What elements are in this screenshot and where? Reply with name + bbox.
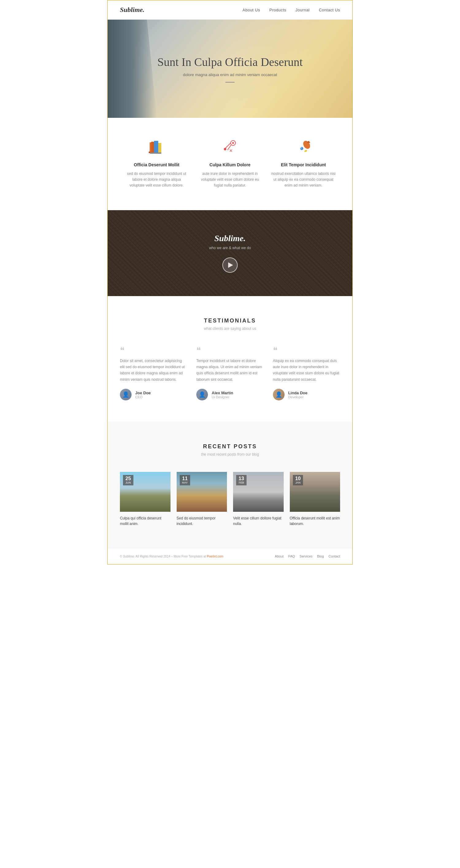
svg-point-11: [232, 142, 234, 144]
svg-point-16: [304, 149, 307, 153]
features-section: Officia Deserunt Mollit sed do eiusmod t…: [108, 118, 352, 210]
post-item-1: 25 Jun Culpa qui officia deserunt mollit…: [120, 472, 170, 527]
quote-mark-2: ❝: [196, 346, 263, 355]
svg-rect-2: [154, 141, 158, 153]
nav-contact[interactable]: Contact Us: [319, 8, 340, 12]
footer-link-blog[interactable]: Blog: [317, 554, 324, 558]
post-month-1: Jun: [125, 481, 131, 484]
testimonial-3: ❝ Aliquip ex ea commodo consequat duis a…: [273, 346, 340, 401]
svg-line-8: [225, 143, 231, 149]
hero-subtitle: dolore magna aliqua enim ad minim veniam…: [157, 72, 303, 77]
svg-point-12: [302, 140, 311, 150]
play-button[interactable]: [222, 257, 238, 273]
svg-rect-3: [158, 143, 161, 153]
video-logo: Sublime.: [209, 234, 251, 243]
testimonials-title: TESTIMONIALS: [120, 317, 340, 324]
post-month-4: Jan: [295, 481, 301, 484]
post-item-2: 11 May Sed do eiusmod tempor incididunt.: [177, 472, 227, 527]
post-day-1: 25: [125, 476, 131, 481]
recent-posts-section: RECENT POSTS the most recent posts from …: [108, 422, 352, 548]
feature-item-3: Elit Tempor Incididunt nostrud exercitat…: [271, 139, 335, 189]
post-title-1: Culpa qui officia deserunt mollit anim.: [120, 516, 170, 527]
quote-mark-1: ❝: [120, 346, 187, 355]
author-2-name: Alex Martin: [211, 391, 233, 395]
post-day-4: 10: [295, 476, 301, 481]
hero-divider: [225, 82, 235, 83]
post-image-2: 11 May: [177, 472, 227, 512]
author-1-role: CEO: [135, 395, 151, 399]
quote-mark-3: ❝: [273, 346, 340, 355]
avatar-2: 👤: [196, 389, 208, 400]
play-triangle-icon: [228, 262, 233, 268]
feature-2-title: Culpa Killum Dolore: [198, 162, 262, 167]
testimonial-2-text: Tempor incididunt ut labore et dolore ma…: [196, 358, 263, 383]
post-day-3: 13: [238, 476, 244, 481]
post-image-3: 13 Feb: [233, 472, 284, 512]
video-content: Sublime. who we are & what we do: [209, 234, 251, 273]
author-1-info: Joe Doe CEO: [135, 391, 151, 399]
site-footer: © Sublime. All Rights Reserved 2014 – Mo…: [108, 548, 352, 564]
footer-copy-link[interactable]: Pixelint.com: [207, 555, 223, 558]
footer-link-services[interactable]: Services: [300, 554, 313, 558]
hero-title: Sunt In Culpa Officia Deserunt: [157, 55, 303, 69]
post-image-1: 25 Jun: [120, 472, 170, 512]
testimonial-1: ❝ Dolor sit amet, consectetur adipisicin…: [120, 346, 187, 401]
video-tagline: who we are & what we do: [209, 246, 251, 250]
posts-grid: 25 Jun Culpa qui officia deserunt mollit…: [120, 472, 340, 527]
nav-products[interactable]: Products: [269, 8, 286, 12]
author-2-role: Ui Designer: [211, 395, 233, 399]
feature-2-text: aute irure dolor in reprehenderit in vol…: [198, 171, 262, 189]
testimonial-2-author: 👤 Alex Martin Ui Designer: [196, 389, 263, 400]
post-date-1: 25 Jun: [123, 475, 133, 486]
hero-content: Sunt In Culpa Officia Deserunt dolore ma…: [157, 55, 303, 83]
svg-point-15: [300, 147, 302, 149]
post-date-2: 11 May: [180, 475, 191, 486]
strategy-icon: ✕: [221, 139, 239, 156]
feature-3-text: nostrud exercitation ullamco laboris nis…: [271, 171, 335, 189]
footer-link-about[interactable]: About: [275, 554, 284, 558]
site-logo: Sublime.: [120, 6, 144, 14]
recent-posts-title: RECENT POSTS: [120, 443, 340, 450]
svg-point-14: [300, 147, 303, 150]
books-icon: [147, 139, 166, 156]
post-month-2: May: [182, 481, 188, 484]
post-date-4: 10 Jan: [293, 475, 303, 486]
feature-1-title: Officia Deserunt Mollit: [125, 162, 189, 167]
post-title-3: Velit esse cillum dollore fugiat nulla.: [233, 516, 284, 527]
testimonials-grid: ❝ Dolor sit amet, consectetur adipisicin…: [120, 346, 340, 401]
author-3-role: Developer: [288, 395, 307, 399]
post-title-4: Officia deserunt mollit est anim laborum…: [290, 516, 340, 527]
feature-item-1: Officia Deserunt Mollit sed do eiusmod t…: [125, 139, 189, 189]
author-3-name: Linda Doe: [288, 391, 307, 395]
site-header: Sublime. About Us Products Journal Conta…: [108, 0, 352, 20]
avatar-1: 👤: [120, 389, 132, 400]
nav-journal[interactable]: Journal: [296, 8, 310, 12]
avatar-3: 👤: [273, 389, 285, 400]
post-item-3: 13 Feb Velit esse cillum dollore fugiat …: [233, 472, 284, 527]
svg-rect-1: [151, 142, 154, 153]
post-month-3: Feb: [238, 481, 244, 484]
feature-3-title: Elit Tempor Incididunt: [271, 162, 335, 167]
main-nav: About Us Products Journal Contact Us: [242, 8, 340, 12]
testimonials-subtitle: what clients are saying about us: [120, 327, 340, 331]
testimonial-2: ❝ Tempor incididunt ut labore et dolore …: [196, 346, 263, 401]
rocket-icon: [294, 139, 313, 156]
nav-about[interactable]: About Us: [242, 8, 260, 12]
testimonial-1-author: 👤 Joe Doe CEO: [120, 389, 187, 400]
footer-link-contact[interactable]: Contact: [328, 554, 340, 558]
footer-links: About FAQ Services Blog Contact: [275, 554, 340, 558]
post-item-4: 10 Jan Officia deserunt mollit est anim …: [290, 472, 340, 527]
hero-section: Sunt In Culpa Officia Deserunt dolore ma…: [108, 20, 352, 118]
feature-1-text: sed do eiusmod tempor incididunt ut labo…: [125, 171, 189, 189]
post-title-2: Sed do eiusmod tempor incididunt.: [177, 516, 227, 527]
svg-rect-5: [149, 152, 150, 153]
svg-rect-4: [150, 153, 161, 154]
testimonials-section: TESTIMONIALS what clients are saying abo…: [108, 296, 352, 422]
post-image-4: 10 Jan: [290, 472, 340, 512]
recent-posts-subtitle: the most recent posts from our blog: [120, 452, 340, 457]
footer-copy-text: © Sublime. All Rights Reserved 2014 – Mo…: [120, 555, 206, 558]
post-date-3: 13 Feb: [236, 475, 247, 486]
video-section: Sublime. who we are & what we do: [108, 210, 352, 296]
footer-link-faq[interactable]: FAQ: [288, 554, 295, 558]
post-day-2: 11: [182, 476, 188, 481]
